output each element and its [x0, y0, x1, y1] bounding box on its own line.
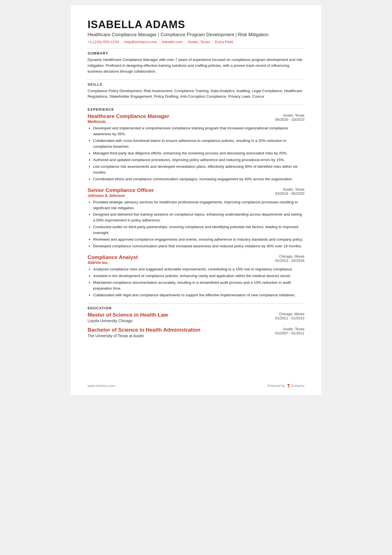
education-section: EDUCATION Master of Science in Health La… — [88, 306, 304, 338]
job-date-3: 01/2013 - 02/2016 — [266, 258, 304, 263]
job-title-left-1: Healthcare Compliance Manager Medtronic — [88, 113, 169, 124]
degree-title-1: Master of Science in Health Law — [88, 312, 168, 318]
extra-field: Extra Field — [215, 40, 233, 44]
job-header-3: Compliance Analyst AbbVie Inc. Chicago, … — [88, 254, 304, 265]
skills-section: SKILLS Compliance Policy Development, Ri… — [88, 83, 304, 100]
header-divider — [88, 48, 304, 49]
degree-school-1: Loyola University Chicago — [88, 319, 168, 323]
bullet-1-5: Led compliance risk assessments and deve… — [93, 164, 304, 176]
job-entry-2: Senior Compliance Officer Johnson & John… — [88, 187, 304, 249]
bullet-2-2: Designed and delivered live training ses… — [93, 212, 304, 223]
bullet-1-6: Coordinated ethics and compliance commun… — [93, 176, 304, 182]
footer-brand: Powered by ❢ Enhancv — [267, 383, 304, 388]
education-label: EDUCATION — [88, 306, 304, 310]
job-location-3: Chicago, Illinois — [266, 254, 304, 258]
job-location-1: Austin, Texas — [266, 113, 304, 117]
location: Austin, Texas — [188, 40, 210, 44]
skills-label: SKILLS — [88, 83, 304, 87]
bullet-3-2: Assisted in the development of complianc… — [93, 273, 304, 279]
education-divider — [88, 303, 304, 304]
job-company-3: AbbVie Inc. — [88, 260, 138, 265]
job-meta-right-1: Austin, Texas 06/2020 - 10/2023 — [266, 113, 304, 122]
footer: www.enhancv.com Powered by ❢ Enhancv — [88, 383, 304, 388]
summary-label: SUMMARY — [88, 51, 304, 55]
degree-left-2: Bachelor of Science in Health Administra… — [88, 327, 200, 338]
experience-label: EXPERIENCE — [88, 108, 304, 112]
job-header-1: Healthcare Compliance Manager Medtronic … — [88, 113, 304, 124]
footer-website: www.enhancv.com — [88, 384, 115, 388]
job-bullets-2: Provided strategic advisory services for… — [88, 199, 304, 249]
job-bullets-1: Developed and implemented a comprehensiv… — [88, 125, 304, 182]
bullet-3-4: Collaborated with legal and compliance d… — [93, 292, 304, 298]
bullet-1-1: Developed and implemented a comprehensiv… — [93, 125, 304, 137]
degree-title-2: Bachelor of Science in Health Administra… — [88, 327, 200, 333]
bullet-3-1: Analyzed compliance risks and suggested … — [93, 267, 304, 272]
job-date-2: 03/2016 - 05/2020 — [266, 191, 304, 196]
degree-left-1: Master of Science in Health Law Loyola U… — [88, 312, 168, 323]
job-entry-1: Healthcare Compliance Manager Medtronic … — [88, 113, 304, 182]
bullet-3-3: Maintained compliance documentation accu… — [93, 280, 304, 292]
bullet-2-1: Provided strategic advisory services for… — [93, 199, 304, 211]
enhancv-logo: ❢ Enhancv — [287, 383, 304, 388]
job-bullets-3: Analyzed compliance risks and suggested … — [88, 267, 304, 298]
degree-location-1: Chicago, Illinois — [266, 312, 304, 316]
degree-location-2: Austin, Texas — [266, 327, 304, 331]
bullet-1-4: Authored and updated compliance procedur… — [93, 157, 304, 163]
skills-divider — [88, 80, 304, 80]
header: ISABELLA ADAMS Healthcare Compliance Man… — [88, 19, 304, 44]
job-date-1: 06/2020 - 10/2023 — [266, 117, 304, 122]
degree-right-1: Chicago, Illinois 01/2011 - 01/2013 — [266, 312, 304, 320]
job-meta-right-3: Chicago, Illinois 01/2013 - 02/2016 — [266, 254, 304, 263]
powered-by-text: Powered by — [267, 384, 285, 388]
resume-page: ISABELLA ADAMS Healthcare Compliance Man… — [71, 6, 321, 395]
bullet-2-3: Conducted audits on third-party partners… — [93, 224, 304, 236]
email-link[interactable]: help@enhancv.com — [124, 40, 157, 44]
heart-icon: ❢ — [287, 383, 290, 388]
degree-entry-2: Bachelor of Science in Health Administra… — [88, 327, 304, 338]
degree-date-1: 01/2011 - 01/2013 — [266, 316, 304, 320]
job-entry-3: Compliance Analyst AbbVie Inc. Chicago, … — [88, 254, 304, 298]
candidate-name: ISABELLA ADAMS — [88, 19, 304, 31]
summary-section: SUMMARY Dynamic Healthcare Compliance Ma… — [88, 51, 304, 75]
job-title-1: Healthcare Compliance Manager — [88, 113, 169, 119]
summary-text: Dynamic Healthcare Compliance Manager wi… — [88, 57, 304, 75]
contact-row: +1-(234)-555-1234 help@enhancv.com linke… — [88, 40, 304, 44]
bullet-1-2: Collaborated with cross-functional teams… — [93, 138, 304, 150]
degree-date-2: 01/2007 - 01/2011 — [266, 331, 304, 335]
experience-divider — [88, 105, 304, 105]
phone: +1-(234)-555-1234 — [88, 40, 119, 44]
job-title-left-2: Senior Compliance Officer Johnson & John… — [88, 187, 154, 198]
brand-name: Enhancv — [291, 384, 304, 388]
candidate-headline: Healthcare Compliance Manager | Complian… — [88, 32, 304, 38]
job-title-3: Compliance Analyst — [88, 254, 138, 260]
bullet-2-4: Reviewed and approved compliance engagem… — [93, 237, 304, 243]
bullet-2-5: Developed compliance communication plans… — [93, 243, 304, 249]
degree-entry-1: Master of Science in Health Law Loyola U… — [88, 312, 304, 323]
degree-right-2: Austin, Texas 01/2007 - 01/2011 — [266, 327, 304, 335]
job-title-2: Senior Compliance Officer — [88, 187, 154, 193]
linkedin-link[interactable]: linkedin.com — [162, 40, 183, 44]
job-header-2: Senior Compliance Officer Johnson & John… — [88, 187, 304, 198]
job-meta-right-2: Austin, Texas 03/2016 - 05/2020 — [266, 187, 304, 196]
job-company-2: Johnson & Johnson — [88, 193, 154, 198]
job-company-1: Medtronic — [88, 119, 169, 124]
degree-school-2: The University of Texas at Austin — [88, 334, 200, 338]
job-location-2: Austin, Texas — [266, 187, 304, 191]
bullet-1-3: Managed third-party due diligence effort… — [93, 151, 304, 156]
experience-section: EXPERIENCE Healthcare Compliance Manager… — [88, 108, 304, 298]
job-title-left-3: Compliance Analyst AbbVie Inc. — [88, 254, 138, 265]
skills-text: Compliance Policy Development, Risk Asse… — [88, 88, 304, 100]
